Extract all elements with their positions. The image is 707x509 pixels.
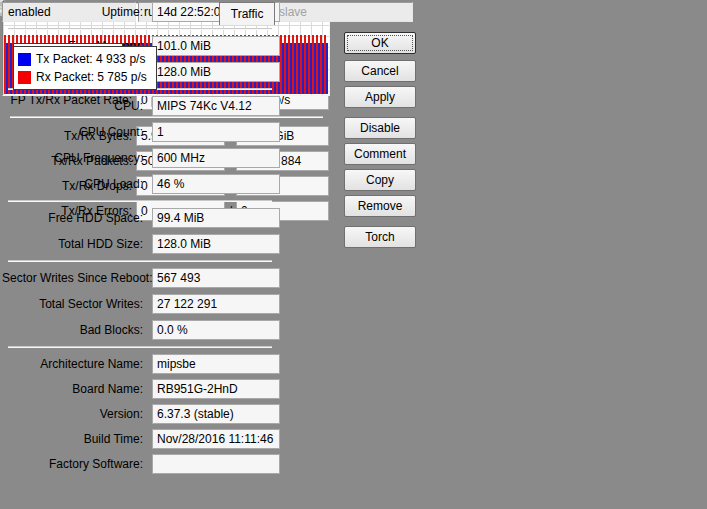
field-label: CPU: (2, 99, 150, 113)
total-sector-writes-value: 27 122 291 (152, 294, 280, 314)
row-board-name: Board Name: RB951G-2HnD (2, 379, 280, 399)
field-label: Bad Blocks: (2, 323, 150, 337)
legend-text: Tx Packet: 4 933 p/s (36, 52, 145, 66)
cpu-frequency-value: 600 MHz (152, 148, 280, 168)
status-slave: slave (273, 2, 413, 22)
legend-text: Rx Packet: 5 785 p/s (36, 70, 147, 84)
disable-button[interactable]: Disable (344, 117, 416, 139)
sector-writes-reboot-value: 567 493 (152, 268, 280, 288)
board-name-value: RB951G-2HnD (152, 379, 280, 399)
version-value: 6.37.3 (stable) (152, 404, 280, 424)
field-label: Architecture Name: (2, 357, 150, 371)
row-version: Version: 6.37.3 (stable) (2, 404, 280, 424)
field-label: CPU Load: (2, 177, 150, 191)
row-cpu-frequency: CPU Frequency: 600 MHz (2, 148, 280, 168)
field-label: CPU Count: (2, 125, 150, 139)
comment-button[interactable]: Comment (344, 143, 416, 165)
resources-window: Resources Uptime: 14d 22:52:06 Free Memo… (0, 0, 2, 2)
field-label: Total Sector Writes: (2, 297, 150, 311)
field-label: CPU Frequency: (2, 151, 150, 165)
cpu-value: MIPS 74Kc V4.12 (152, 96, 280, 116)
row-sector-writes-reboot: Sector Writes Since Reboot: 567 493 (2, 268, 280, 288)
torch-button[interactable]: Torch (344, 226, 416, 248)
build-time-value: Nov/28/2016 11:11:46 (152, 429, 280, 449)
section-separator (8, 200, 272, 202)
total-memory-value: 128.0 MiB (152, 62, 280, 82)
field-label: Version: (2, 407, 150, 421)
row-total-sector-writes: Total Sector Writes: 27 122 291 (2, 294, 280, 314)
field-label: Build Time: (2, 432, 150, 446)
legend-item-tx-packet: Tx Packet: 4 933 p/s (18, 50, 147, 68)
copy-button[interactable]: Copy (344, 169, 416, 191)
field-label: Free HDD Space: (2, 211, 150, 225)
field-label: Total HDD Size: (2, 237, 150, 251)
tx-packet-color-swatch-icon (18, 53, 31, 66)
row-architecture: Architecture Name: mipsbe (2, 354, 280, 374)
total-hdd-value: 128.0 MiB (152, 234, 280, 254)
cpu-load-value: 46 % (152, 174, 280, 194)
row-cpu-count: CPU Count: 1 (2, 122, 280, 142)
row-cpu-load: CPU Load: 46 % (2, 174, 280, 194)
free-memory-value: 101.0 MiB (152, 36, 280, 56)
field-label: Board Name: (2, 382, 150, 396)
architecture-value: mipsbe (152, 354, 280, 374)
field-label: Sector Writes Since Reboot: (2, 271, 150, 285)
apply-button[interactable]: Apply (344, 86, 416, 108)
row-build-time: Build Time: Nov/28/2016 11:11:46 (2, 429, 280, 449)
row-total-hdd: Total HDD Size: 128.0 MiB (2, 234, 280, 254)
section-separator (8, 260, 272, 262)
tab-traffic[interactable]: Traffic (219, 2, 276, 25)
field-label: Uptime: (2, 5, 150, 19)
free-hdd-value: 99.4 MiB (152, 208, 280, 228)
bad-blocks-value: 0.0 % (152, 320, 280, 340)
row-bad-blocks: Bad Blocks: 0.0 % (2, 320, 280, 340)
remove-button[interactable]: Remove (344, 195, 416, 217)
cancel-button[interactable]: Cancel (344, 60, 416, 82)
field-label: Factory Software: (2, 457, 150, 471)
row-free-hdd: Free HDD Space: 99.4 MiB (2, 208, 280, 228)
rx-packet-color-swatch-icon (18, 71, 31, 84)
row-cpu: CPU: MIPS 74Kc V4.12 (2, 96, 280, 116)
cpu-count-value: 1 (152, 122, 280, 142)
packet-graph-legend: Tx Packet: 4 933 p/s Rx Packet: 5 785 p/… (13, 46, 157, 90)
section-separator (8, 346, 272, 348)
ok-button[interactable]: OK (344, 32, 416, 54)
factory-software-value (152, 454, 280, 474)
row-factory-software: Factory Software: (2, 454, 280, 474)
legend-item-rx-packet: Rx Packet: 5 785 p/s (18, 68, 147, 86)
section-separator (8, 28, 272, 30)
